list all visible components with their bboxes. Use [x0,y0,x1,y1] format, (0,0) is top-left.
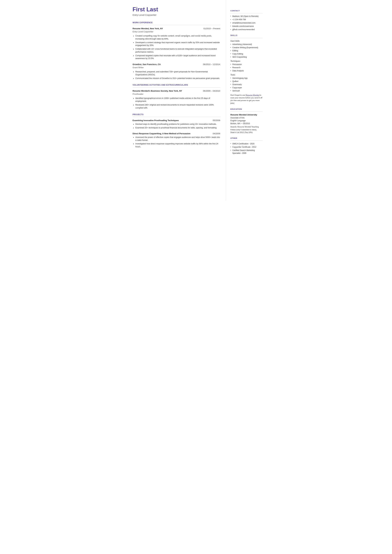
projects-heading: PROJECTS [133,113,220,116]
work-entries: Resume Worded, New York, NY Entry-Level … [133,27,220,80]
other-item: Copywriter Certificate - 2012 [231,146,263,148]
skill-item: SEO Copywriting [231,56,263,58]
promo-link[interactable]: Resume Worded [246,94,259,96]
tool-item: Hemmingway App [231,77,263,80]
candidate-name: First Last [133,6,220,13]
contact-item: linkedin.com/in/username [231,25,263,28]
resume-page: First Last Entry-Level Copywriter WORK E… [125,0,267,201]
edu-location-date: Boston, MA — 05/2010 [231,122,263,125]
volunteering-heading: VOLUNTEERING ACTIVITIES AND EXTRACURRICU… [133,84,220,86]
bullet-item: Identified typographical errors in 1000+… [133,97,220,103]
contact-item: github.com/resumeworded [231,28,263,31]
work-entry: Resume Worded, New York, NY Entry-Level … [133,27,220,60]
projects-divider [133,117,220,117]
other-heading: OTHER [231,137,263,140]
edu-field: English Language [231,119,263,122]
bullet-list: Assessed the power of effective copies t… [133,136,220,148]
work-entry: Growthsi, San Francisco, CA Grant Writer… [133,63,220,80]
volunteering-entry: Resume Worded's Business Society, New Yo… [133,89,220,109]
other-list: OMCA Certification - 2020Copywriter Cert… [231,142,263,154]
entry-date: 01/2015 – Present [203,27,220,30]
bullet-item: Researched, prepared, and submitted 730+… [133,70,220,76]
contact-list: Madison, WI (Open to Remote)+1-234-456-7… [231,15,263,31]
promo-prefix: Don't forget to use [231,94,246,96]
bullet-item: Examined 20+ techniques to proofread fin… [133,126,220,129]
contact-item: email@resumeworded.com [231,21,263,24]
bullet-item: Communicated the mission of Growthsi to … [133,77,220,80]
edu-degree: Associate of Arts [231,116,263,119]
project-entry: Direct Response Copywriting, A New Metho… [133,132,220,148]
contact-divider [231,13,263,13]
entry-date: 06/2009 – 04/2010 [203,89,220,92]
techniques-list: PersuasionResearchData Analysis [231,63,263,72]
skills-heading: SKILLS [231,34,263,37]
entry-company: Resume Worded's Business Society, New Yo… [133,89,182,92]
education-divider [231,112,263,112]
work-experience-divider [133,25,220,25]
promo-text: Don't forget to use Resume Worded to sca… [231,94,263,105]
bullet-item: Collaborated with 10+ cross-functional t… [133,48,220,54]
bullet-list: Devised ways to identify proofreading pr… [133,123,220,129]
technique-item: Research [231,66,263,69]
left-column: First Last Entry-Level Copywriter WORK E… [125,0,226,201]
entry-role: Proofreader [133,92,182,96]
skills-divider [231,38,263,38]
project-title: Examining Innovative Proofreading Techni… [133,119,179,122]
edu-institution: Resume Worded University [231,113,263,116]
tool-item: Copycaspe [231,86,263,89]
entry-header: Growthsi, San Francisco, CA Grant Writer… [133,63,220,70]
other-divider [231,140,263,141]
bullet-item: Investigated how direct response copywri… [133,142,220,148]
bullet-item: Created compelling copy for website cont… [133,35,220,40]
entry-company: Resume Worded, New York, NY [133,27,163,30]
project-entry: Examining Innovative Proofreading Techni… [133,119,220,129]
technique-item: Data Analysis [231,69,263,72]
entry-header: Direct Response Copywriting, A New Metho… [133,132,220,135]
contact-item: +1-234-456-789 [231,18,263,21]
work-experience-heading: WORK EXPERIENCE [133,21,220,24]
contact-heading: CONTACT [231,9,263,12]
volunteering-entries: Resume Worded's Business Society, New Yo… [133,89,220,109]
bullet-list: Created compelling copy for website cont… [133,35,220,60]
project-title: Direct Response Copywriting, A New Metho… [133,132,190,135]
entry-header: Examining Innovative Proofreading Techni… [133,119,220,122]
skill-item: Advertising (Advanced) [231,43,263,46]
entry-date: 06/2010 – 12/2014 [203,63,220,66]
entry-company: Growthsi, San Francisco, CA [133,63,161,66]
right-column: CONTACT Madison, WI (Open to Remote)+1-2… [226,0,267,201]
entry-date: 05/2009 [213,119,220,122]
bullet-item: Developed a content strategy that improv… [133,41,220,47]
tools-label: Tools: [231,73,263,76]
hard-skills-label: Hard Skills: [231,40,263,42]
bullet-list: Researched, prepared, and submitted 730+… [133,70,220,80]
tool-item: Semrush [231,89,263,92]
other-item: OMCA Certification - 2020 [231,142,263,145]
entry-header: Resume Worded, New York, NY Entry-Level … [133,27,220,34]
project-entries: Examining Innovative Proofreading Techni… [133,119,220,148]
other-item: Certified Search Marketing Specialist - … [231,149,263,154]
tool-item: Quilbot [231,80,263,83]
edu-awards: Awards: Resume Worded Teaching Fellow (o… [231,126,263,134]
entry-role: Entry-Level Copywriter [133,30,163,33]
bullet-item: Composed targeted copies that resonate w… [133,54,220,60]
education-heading: EDUCATION [231,108,263,111]
skill-item: Copy Editing [231,52,263,55]
entry-header: Resume Worded's Business Society, New Yo… [133,89,220,96]
bullet-item: Devised ways to identify proofreading pr… [133,123,220,126]
skill-item: Editing [231,49,263,52]
bullet-item: Reviewed 240+ original and revised docum… [133,104,220,109]
technique-item: Persuasion [231,63,263,66]
hard-skills-list: Advertising (Advanced)Creative Writing (… [231,43,263,58]
techniques-label: Techniques: [231,60,263,63]
tool-item: Grammarly [231,83,263,86]
skill-item: Creative Writing (Experienced) [231,46,263,49]
candidate-title: Entry-Level Copywriter [133,13,220,17]
entry-role: Grant Writer [133,66,161,69]
entry-date: 04/2009 [213,132,220,135]
bullet-item: Assessed the power of effective copies t… [133,136,220,142]
bullet-list: Identified typographical errors in 1000+… [133,97,220,109]
contact-item: Madison, WI (Open to Remote) [231,15,263,18]
tools-list: Hemmingway AppQuilbotGrammarlyCopycaspeS… [231,77,263,92]
